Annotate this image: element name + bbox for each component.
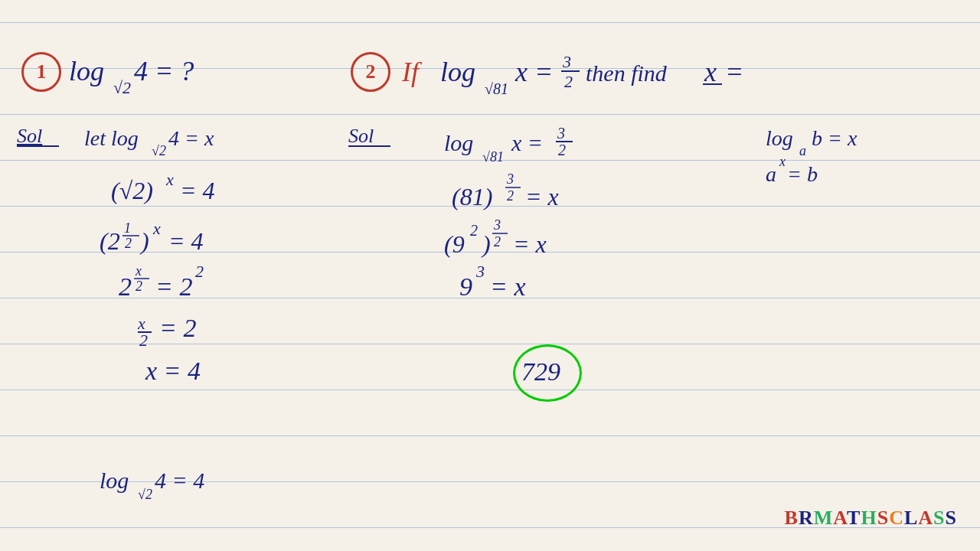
- p1-step5: x 2 = 2: [138, 305, 306, 349]
- svg-text:x: x: [704, 57, 717, 87]
- svg-text:2: 2: [195, 262, 204, 281]
- svg-text:a: a: [799, 143, 806, 158]
- svg-text:let log: let log: [84, 126, 139, 150]
- svg-text:(2: (2: [100, 227, 120, 255]
- content-area: 1 log √2 4 = ? Sol let log √2 4 = x (√2)…: [0, 0, 980, 551]
- brand-char-h: H: [861, 507, 877, 529]
- brand-char-c: C: [889, 507, 904, 529]
- svg-text:2: 2: [139, 331, 148, 350]
- svg-text:√2: √2: [138, 487, 152, 502]
- svg-text:): ): [481, 230, 491, 258]
- svg-text:= x: = x: [525, 183, 559, 210]
- answer-value: 729: [515, 347, 580, 400]
- svg-text:729: 729: [521, 357, 560, 386]
- svg-text:2: 2: [564, 72, 573, 91]
- svg-text:(√2): (√2): [111, 177, 153, 204]
- problem1-question: log √2 4 = ?: [69, 46, 291, 99]
- brand-char-s: S: [877, 507, 889, 529]
- svg-text:4 = x: 4 = x: [168, 126, 214, 150]
- svg-text:If: If: [401, 57, 423, 87]
- svg-text:a: a: [766, 162, 776, 186]
- brand-char-a: A: [833, 507, 847, 529]
- svg-text:= b: = b: [787, 162, 818, 186]
- svg-text:x: x: [779, 154, 786, 169]
- svg-text:3: 3: [493, 217, 501, 233]
- sol2-label: Sol: [348, 121, 410, 152]
- svg-text:log: log: [100, 468, 129, 493]
- p1-final: log √2 4 = 4: [100, 458, 314, 500]
- p1-step3: (2 1 2 ) x = 4: [100, 213, 329, 259]
- svg-text:= 4: = 4: [168, 227, 204, 255]
- svg-text:= x: = x: [490, 272, 526, 301]
- svg-text:√2: √2: [113, 78, 131, 97]
- svg-text:3: 3: [475, 262, 485, 281]
- svg-text:=: =: [725, 57, 743, 87]
- brand-char-s3: S: [946, 507, 957, 529]
- problem2-number-circle: 2: [351, 52, 390, 92]
- svg-text:√2: √2: [152, 143, 166, 158]
- p1-step6: x = 4: [145, 350, 283, 389]
- svg-text:x = 4: x = 4: [145, 357, 201, 385]
- svg-text:1: 1: [124, 220, 131, 236]
- brand-char-a2: A: [918, 507, 933, 529]
- svg-text:log: log: [69, 56, 104, 86]
- svg-text:3: 3: [557, 125, 565, 142]
- brand-label: BRMATHSCLASS: [785, 507, 957, 530]
- reference-formula: log a b = x a x = b: [766, 119, 957, 195]
- svg-text:x =: x =: [514, 57, 553, 87]
- svg-text:x =: x =: [511, 130, 543, 155]
- brand-char-l: L: [904, 507, 918, 529]
- svg-text:): ): [139, 227, 149, 255]
- p2-step3: (9 2 ) 3 2 = x: [444, 213, 689, 262]
- p2-step2: (81) 3 2 = x: [452, 167, 681, 217]
- svg-text:log: log: [440, 57, 475, 87]
- svg-text:√81: √81: [482, 149, 504, 165]
- svg-text:2: 2: [507, 188, 514, 204]
- svg-text:log: log: [766, 126, 793, 150]
- svg-text:Sol: Sol: [348, 125, 374, 147]
- p1-step2: (√2) x = 4: [111, 167, 302, 209]
- svg-text:b = x: b = x: [812, 126, 858, 150]
- svg-text:(9: (9: [444, 230, 465, 258]
- problem2-number: 2: [366, 60, 376, 83]
- svg-text:then find: then find: [586, 60, 668, 86]
- p1-step1: let log √2 4 = x: [84, 119, 314, 157]
- answer-highlight-circle: 729: [513, 344, 582, 402]
- svg-text:4 = ?: 4 = ?: [134, 56, 194, 86]
- p2-step4: 9 3 = x: [459, 259, 643, 303]
- svg-text:2: 2: [136, 279, 142, 294]
- svg-text:√81: √81: [485, 80, 508, 97]
- svg-text:log: log: [444, 130, 473, 155]
- brand-char-t: T: [847, 507, 861, 529]
- svg-text:x: x: [152, 219, 161, 238]
- svg-text:2: 2: [119, 272, 132, 301]
- problem1-number-circle: 1: [21, 52, 61, 92]
- problem2-question: If log √81 x = 3 2 then find x =: [402, 44, 861, 99]
- p1-step4: 2 x 2 = 2 2: [119, 259, 318, 303]
- svg-text:3: 3: [506, 171, 514, 187]
- svg-text:2: 2: [125, 236, 132, 251]
- p2-step1: log √81 x = 3 2: [444, 119, 681, 165]
- svg-text:2: 2: [470, 222, 478, 239]
- svg-text:3: 3: [562, 52, 571, 71]
- brand-char-r: R: [799, 507, 814, 529]
- svg-text:4 = 4: 4 = 4: [155, 468, 204, 493]
- svg-text:= 4: = 4: [180, 177, 215, 204]
- svg-text:(81): (81): [452, 183, 492, 210]
- brand-char-b: B: [785, 507, 799, 529]
- svg-text:2: 2: [494, 234, 501, 249]
- brand-char-m: M: [814, 507, 834, 529]
- svg-text:Sol: Sol: [17, 125, 42, 147]
- brand-char-s2: S: [933, 507, 945, 529]
- svg-text:= 2: = 2: [155, 272, 192, 301]
- svg-text:= x: = x: [513, 230, 547, 258]
- svg-text:9: 9: [459, 272, 472, 301]
- svg-text:2: 2: [558, 142, 566, 158]
- sol1-label: Sol: [17, 121, 78, 152]
- problem1-number: 1: [37, 60, 47, 83]
- svg-text:= 2: = 2: [159, 314, 196, 342]
- svg-text:x: x: [135, 263, 142, 279]
- svg-text:x: x: [165, 170, 174, 189]
